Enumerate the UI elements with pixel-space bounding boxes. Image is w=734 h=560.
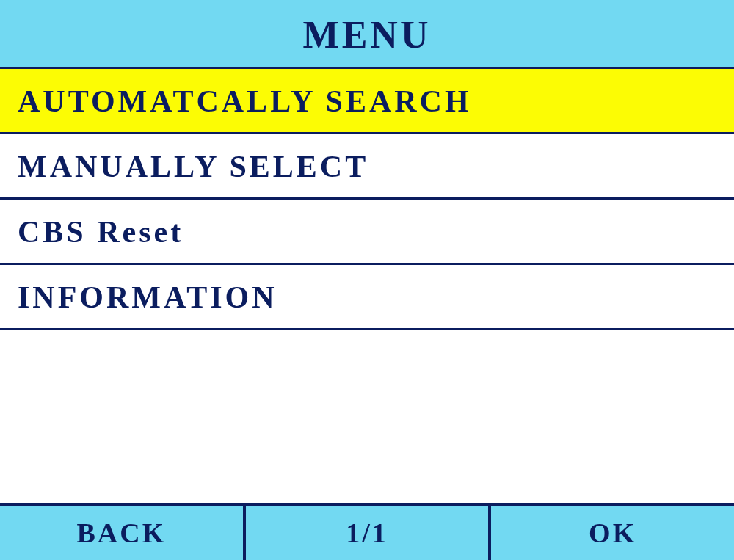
- page-title: MENU: [0, 0, 734, 67]
- menu-list: AUTOMATCALLY SEARCH MANUALLY SELECT CBS …: [0, 67, 734, 503]
- menu-item-cbs-reset[interactable]: CBS Reset: [0, 200, 734, 265]
- ok-button[interactable]: OK: [491, 506, 734, 560]
- screen: MENU AUTOMATCALLY SEARCH MANUALLY SELECT…: [0, 0, 734, 560]
- footer-bar: BACK 1/1 OK: [0, 503, 734, 560]
- menu-item-manually-select[interactable]: MANUALLY SELECT: [0, 134, 734, 200]
- back-button[interactable]: BACK: [0, 506, 246, 560]
- page-indicator: 1/1: [246, 506, 492, 560]
- menu-item-automatically-search[interactable]: AUTOMATCALLY SEARCH: [0, 69, 734, 134]
- menu-item-information[interactable]: INFORMATION: [0, 265, 734, 330]
